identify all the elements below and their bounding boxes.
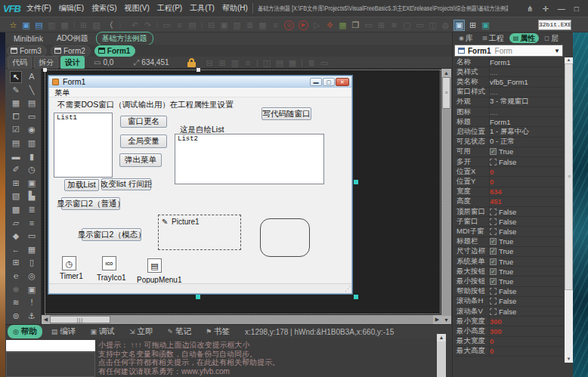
load-list-button[interactable]: 加载List [64,179,99,191]
property-row[interactable]: 类样式.... [454,67,563,77]
help-scrollbar[interactable]: ▲ [437,334,446,377]
designer-horizontal-scrollbar[interactable]: ◀ ||| ▶ [42,315,441,324]
panel-tab-工程[interactable]: ⊞工程 [478,33,508,43]
bottom-tab-编译[interactable]: ▤编译 [46,325,82,338]
property-row[interactable]: 位置X0 [454,167,563,177]
property-row[interactable]: 滚动条HFalse [454,297,563,307]
form-maximize-button[interactable]: ▢ [323,78,335,86]
toolbox-control-icon[interactable]: ◉ [26,124,38,136]
mode-design-button[interactable]: 设计 [60,56,85,70]
toolbox-control-icon[interactable]: A [26,71,38,83]
rename-window-button[interactable]: 窗口更名 [120,116,167,128]
toolbox-control-icon[interactable]: ▙ [26,190,38,202]
undo-icon[interactable]: ↶ [128,18,141,32]
checkbox-unchecked-icon[interactable] [490,308,497,315]
property-row[interactable]: 类名称vfb5_Form1 [454,77,563,87]
toolbox-control-icon[interactable]: ▭ [26,111,38,123]
teal-window-icon[interactable]: ▣ [479,18,492,32]
toolbox-control-icon[interactable]: ▣ [26,284,38,296]
property-row[interactable]: 高度451 [454,197,563,207]
checkbox-unchecked-icon[interactable] [490,209,497,215]
menu-item[interactable]: 搜索(S) [88,3,120,14]
toolbox-control-icon[interactable]: ▱ [10,218,22,230]
checkbox-unchecked-icon[interactable] [490,298,497,304]
property-row[interactable]: 标题Form1 [454,117,563,127]
project-tab[interactable]: ADO例题 [51,32,94,45]
scroll-thumb[interactable]: ||| [50,316,110,323]
form-designer-canvas[interactable]: Form1 ▬ ▢ ✕ 菜单 不需要DOS窗口（调试输出用）在工程属性里设置 L… [42,69,441,315]
property-row[interactable]: 帮助按钮False [454,287,563,297]
form-minimize-button[interactable]: ▬ [310,78,322,86]
checkbox-unchecked-icon[interactable] [490,288,497,295]
bottom-tab-帮助[interactable]: ◎帮助 [8,325,42,338]
save-all-icon[interactable]: ▦ [58,18,71,32]
designer-vertical-scrollbar[interactable]: ▲ ≡ ▼ [441,69,451,324]
checkbox-checked-icon[interactable]: ✓ [490,278,497,285]
toolbox-control-icon[interactable]: ≡ [26,218,38,230]
property-row[interactable]: 标题栏✓True [454,237,563,247]
toolbox-control-icon[interactable]: ▣ [26,178,38,190]
toolbox-control-icon[interactable]: ▦ [26,244,38,256]
form-resize-grip[interactable]: ⋰ [345,286,351,292]
lock-icon[interactable] [187,58,196,67]
show-window2-normal-button[interactable]: 显示窗口2（普通） [61,197,120,210]
resize-handle[interactable] [197,68,200,72]
project-tab[interactable]: 基础方法例题 [96,32,153,45]
toolbox-control-icon[interactable]: ↖ [10,71,22,83]
bottom-tab-书签[interactable]: ⚑书签 [200,325,235,338]
toolbox-control-icon[interactable]: ◆ [10,230,22,243]
checkbox-checked-icon[interactable]: ✓ [490,248,497,255]
checkbox-unchecked-icon[interactable] [490,218,497,225]
toolbox-control-icon[interactable]: ╲ [26,85,38,97]
property-row[interactable]: 子窗口False [454,217,563,227]
toolbox-control-icon[interactable]: ▮ [26,151,38,163]
menu-item[interactable]: 工程(P) [153,3,186,14]
tool-icon[interactable]: ▦ [256,18,269,32]
new-file-icon[interactable]: ▣ [20,18,32,32]
toolbox-control-icon[interactable]: ⧠ [10,111,22,123]
chat-icon[interactable]: ◍ [439,18,452,32]
listbox-list2[interactable]: List2 [175,134,324,184]
toolbox-control-icon[interactable]: ◷ [26,164,38,176]
property-row[interactable]: 名称Form1 [454,57,563,67]
scroll-up-arrow[interactable]: ▲ [441,69,451,77]
toolbox-control-icon[interactable]: ▭ [26,230,38,243]
timer-control[interactable]: ◷ [62,256,76,270]
toolbox-control-icon[interactable]: ✐ [10,164,22,176]
minimize-icon[interactable]: — [558,5,565,13]
toolbox-control-icon[interactable]: ⊞ [10,257,22,269]
panel-tab-库[interactable]: ◉库 [455,33,477,43]
scroll-thumb[interactable]: ≡ [565,63,573,290]
trayicon-control[interactable]: ICO [102,256,116,270]
tool-icon[interactable]: ▭ [160,18,173,32]
toolbox-control-icon[interactable]: ▦ [10,97,22,110]
tool-icon[interactable]: ⊞ [375,18,388,32]
menu-item[interactable]: 视图(V) [120,3,153,14]
resize-handle[interactable] [196,295,200,299]
forward-icon[interactable]: 〉 [116,18,128,32]
picture-box[interactable]: ✎ Picture1 [158,215,241,250]
toolbox-control-icon[interactable]: ⊞ [10,178,22,190]
mode-split-button[interactable]: 拆分 [34,56,58,70]
properties-scrollbar[interactable]: ▲ ≡ ▼ [565,57,573,363]
property-row[interactable]: 图标.... [454,107,563,117]
designed-form-window[interactable]: Form1 ▬ ▢ ✕ 菜单 不需要DOS窗口（调试输出用）在工程属性里设置 L… [48,75,353,295]
scroll-down-arrow[interactable]: ▼ [441,316,451,324]
resize-handle[interactable] [354,295,358,299]
maximize-icon[interactable]: □ [574,5,579,13]
property-row[interactable]: 窗口样式.... [454,88,563,97]
property-row[interactable]: 多开False [454,157,563,167]
tool-icon[interactable]: ▭ [413,18,426,32]
copy-icon[interactable]: ⊞ [77,18,90,32]
property-row[interactable]: 最大宽度0 [454,337,563,347]
tool-icon[interactable]: ≡ [269,18,282,32]
form-tab[interactable]: Form2 [51,45,91,57]
property-row[interactable]: 尺寸边框✓True [454,247,563,257]
panel-tab-属性[interactable]: ▤属性 [509,33,540,43]
compile-run-icon[interactable]: ◎ [284,20,294,30]
toolbox-control-icon[interactable]: ⌾ [10,284,22,296]
toolbox-control-icon[interactable]: ≣ [26,204,38,216]
scroll-up-arrow[interactable]: ▲ [565,57,573,62]
object-selector-dropdown[interactable]: Form1 Form ▼ [454,45,563,57]
checkbox-checked-icon[interactable]: ✓ [490,238,497,245]
